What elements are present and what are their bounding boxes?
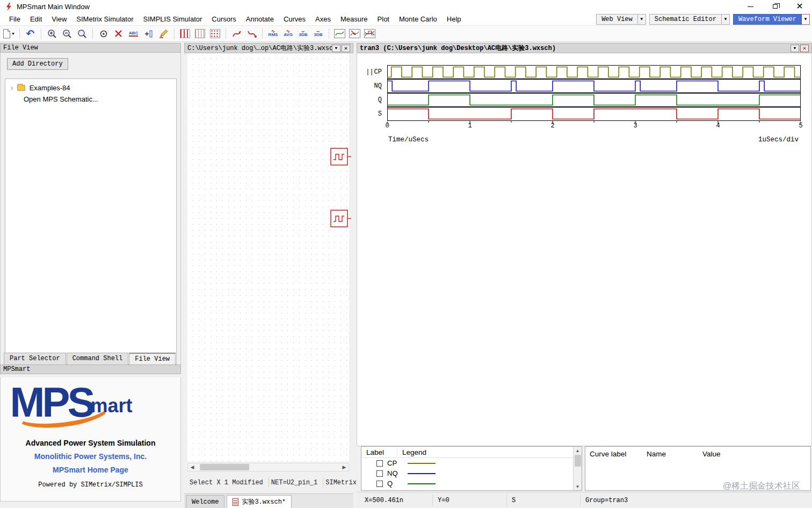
tab-part-selector[interactable]: Part Selector xyxy=(4,353,66,364)
status-net: NET=U2_pin_1 xyxy=(269,478,323,488)
pulse-source-symbol[interactable] xyxy=(330,210,352,228)
schematic-editor-selector[interactable]: Schematic Editor ▼ xyxy=(649,14,730,25)
zoom-out-button[interactable] xyxy=(60,27,74,40)
panel-close-button[interactable]: ✕ xyxy=(800,45,809,52)
scrollbar-track[interactable] xyxy=(197,463,340,471)
legend-checkbox-CP[interactable] xyxy=(376,460,383,467)
pulse-source-symbol[interactable] xyxy=(330,148,352,166)
tab-file-view[interactable]: File View xyxy=(129,353,176,364)
zoom-full-button[interactable] xyxy=(75,27,89,40)
measure-3db-button-1[interactable]: ⌣3DB xyxy=(296,27,310,40)
x-tick-2: 2 xyxy=(547,122,558,130)
menu-item-plot[interactable]: Plot xyxy=(373,14,394,24)
probe-delete-button[interactable] xyxy=(112,27,125,40)
mps-home-link[interactable]: MPSmart Home Page xyxy=(1,466,180,474)
titlebar: MPSmart Main Window ✕ xyxy=(0,0,812,13)
tab-welcome[interactable]: Welcome xyxy=(186,495,224,508)
scroll-up-icon[interactable]: ▲ xyxy=(574,447,582,454)
panel-menu-button[interactable]: ▼ xyxy=(791,45,799,52)
web-view-selector[interactable]: Web View ▼ xyxy=(596,14,646,25)
waveform-title: tran3 (C:\Users\junk dog\Desktop\AC电路\实验… xyxy=(360,44,556,53)
red-lines-icon xyxy=(195,29,205,38)
menu-item-simetrix-simulator[interactable]: SIMetrix Simulator xyxy=(71,14,138,24)
zoom-in-button[interactable] xyxy=(45,27,59,40)
menu-item-curves[interactable]: Curves xyxy=(279,14,310,24)
curve-probe-button-1[interactable] xyxy=(230,27,243,40)
axis-grid-button-2[interactable] xyxy=(193,27,207,40)
measure-rms-button[interactable]: ∿RMS xyxy=(266,27,280,40)
menu-item-monte-carlo[interactable]: Monte Carlo xyxy=(394,14,442,24)
view-selectors: Web View ▼ Schematic Editor ▼ Waveform V… xyxy=(596,14,812,25)
waveform-header[interactable]: tran3 (C:\Users\junk dog\Desktop\AC电路\实验… xyxy=(357,43,812,53)
menu-item-axes[interactable]: Axes xyxy=(310,14,336,24)
window-title: MPSmart Main Window xyxy=(17,3,90,11)
legend-scrollbar[interactable]: ▲ ▼ xyxy=(573,447,582,490)
probe-voltage-button[interactable] xyxy=(97,27,110,40)
menu-item-cursors[interactable]: Cursors xyxy=(207,14,241,24)
menu-item-file[interactable]: File xyxy=(4,14,25,24)
tree-item-label: Examples-84 xyxy=(30,84,70,92)
probe-target-icon xyxy=(99,30,108,38)
annotate-text-button[interactable]: ABC xyxy=(127,27,140,40)
waveform-plot-area[interactable]: ||CPNQQS 012345 Time/uSecs 1uSecs/div xyxy=(357,53,812,446)
tab-schematic-file[interactable]: 实验3.wxsch* xyxy=(227,495,292,508)
axis-grid-button-3[interactable] xyxy=(208,27,222,40)
chevron-down-icon[interactable]: ▼ xyxy=(802,14,810,25)
add-curve-button[interactable] xyxy=(348,27,361,40)
open-mps-schematic-link[interactable]: Open MPS Schematic... xyxy=(5,93,176,103)
mps-company-link[interactable]: Monolithic Power Systems, Inc. xyxy=(1,452,180,461)
chevron-down-icon[interactable]: ▼ xyxy=(11,32,15,35)
menu-item-annotate[interactable]: Annotate xyxy=(241,14,279,24)
waveform-viewer-selector[interactable]: Waveform Viewer ▼ xyxy=(733,14,810,25)
schematic-header[interactable]: C:\Users\junk dog\…op\AC电路\实验3.wxsch* ▼ … xyxy=(184,43,353,53)
tab-command-shell[interactable]: Command Shell xyxy=(67,353,129,364)
measure-avg-button[interactable]: ∿AVG xyxy=(281,27,295,40)
chevron-down-icon[interactable]: ▼ xyxy=(722,14,730,25)
new-schematic-button[interactable]: ▼ xyxy=(2,27,16,40)
scrollbar-thumb[interactable] xyxy=(575,455,581,467)
add-directory-button[interactable]: Add Directory xyxy=(7,58,68,70)
restore-button[interactable] xyxy=(763,0,787,13)
undo-button[interactable]: ↶ xyxy=(24,27,37,40)
horizontal-scrollbar[interactable]: ◀ ▶ xyxy=(187,463,349,471)
scrollbar-thumb[interactable] xyxy=(200,464,249,470)
menu-item-simplis-simulator[interactable]: SIMPLIS Simulator xyxy=(139,14,207,24)
scroll-left-icon[interactable]: ◀ xyxy=(188,463,197,471)
new-plot-button[interactable] xyxy=(333,27,346,40)
menu-item-edit[interactable]: Edit xyxy=(25,14,47,24)
scroll-right-icon[interactable]: ▶ xyxy=(340,463,349,471)
zoom-full-icon xyxy=(77,29,87,39)
menu-item-measure[interactable]: Measure xyxy=(336,14,373,24)
legend-checkbox-Q[interactable] xyxy=(376,481,383,487)
legend-header-legend: Legend xyxy=(397,448,426,456)
powered-by-text: Powered by SIMetrix/SIMPLIS xyxy=(1,481,180,489)
scroll-down-icon[interactable]: ▼ xyxy=(574,483,582,490)
menu-item-view[interactable]: View xyxy=(47,14,71,24)
place-marker-button[interactable] xyxy=(142,27,155,40)
measure-3db-button-2[interactable]: ⌢3DB xyxy=(311,27,325,40)
edit-probe-button[interactable] xyxy=(157,27,170,40)
curve-hook-icon xyxy=(247,30,257,38)
tree-item-examples[interactable]: › Examples-84 xyxy=(5,79,176,93)
multi-curve-button[interactable] xyxy=(363,27,376,40)
waveform-box-icon xyxy=(334,29,345,38)
minimize-button[interactable] xyxy=(738,0,763,13)
rms-icon: ∿RMS xyxy=(269,30,278,37)
restore-icon xyxy=(773,4,778,9)
red-grid-icon xyxy=(180,29,190,38)
menu-item-help[interactable]: Help xyxy=(442,14,466,24)
expander-chevron-icon[interactable]: › xyxy=(11,83,13,92)
schematic-canvas[interactable] xyxy=(187,53,349,462)
waveform-viewer-label: Waveform Viewer xyxy=(733,14,802,25)
curve-probe-button-2[interactable] xyxy=(245,27,258,40)
toolbar-separator xyxy=(226,28,226,39)
close-button[interactable]: ✕ xyxy=(787,0,812,13)
panel-close-button[interactable]: ✕ xyxy=(342,45,350,52)
legend-rows: CPNQQ xyxy=(361,458,582,489)
legend-checkbox-NQ[interactable] xyxy=(376,470,383,477)
avg-icon: ∿AVG xyxy=(284,30,293,37)
axis-grid-button-1[interactable] xyxy=(178,27,192,40)
chevron-down-icon[interactable]: ▼ xyxy=(638,14,646,25)
panel-menu-button[interactable]: ▼ xyxy=(332,45,340,52)
legend-header: Label Legend xyxy=(361,447,582,458)
